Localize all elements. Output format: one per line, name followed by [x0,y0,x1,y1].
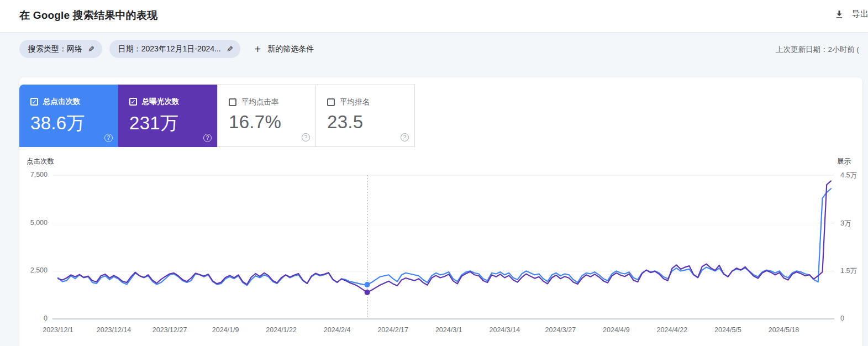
metric-value: 16.7% [229,112,315,133]
metric-header: 平均点击率 [229,97,315,107]
metric-tab-total-clicks[interactable]: ✓ 总点击次数 38.6万 ? [19,85,118,147]
right-axis-title: 展示 [837,157,851,166]
performance-line-chart[interactable] [52,175,834,319]
chart-section: 点击次数 展示 02,5005,0007,50001.5万3万4.5万2023/… [19,155,862,337]
y-axis-tick-right: 1.5万 [840,266,857,276]
help-icon[interactable]: ? [203,134,212,142]
edit-pencil-icon[interactable]: ✎ [88,45,94,54]
x-axis-tick: 2024/2/17 [370,326,416,334]
checkbox-empty-icon[interactable] [327,98,335,106]
metric-label: 平均排名 [340,97,370,107]
x-axis-tick: 2024/1/22 [258,326,304,334]
metric-tab-average-ctr[interactable]: 平均点击率 16.7% ? [217,85,316,147]
x-axis-tick: 2024/3/27 [537,326,583,334]
x-axis-tick: 2024/5/5 [704,326,751,334]
filter-row: 搜索类型：网络 ✎ 日期：2023年12月1日-2024... ✎ + 新的筛选… [19,40,314,58]
y-axis-tick-right: 4.5万 [840,171,857,180]
metric-value: 38.6万 [30,111,118,136]
page-title: 在 Google 搜索结果中的表现 [19,8,157,23]
checkbox-checked-icon[interactable]: ✓ [30,98,38,106]
checkbox-empty-icon[interactable] [229,98,236,106]
export-button[interactable]: 导出 [834,9,868,19]
metric-label: 总曝光次数 [142,97,180,107]
help-icon[interactable]: ? [401,133,409,141]
download-icon [834,9,844,19]
export-label: 导出 [852,9,868,19]
filter-chip-label: 日期：2023年12月1日-2024... [118,44,221,54]
y-axis-tick-left: 2,500 [30,266,48,274]
x-axis-tick: 2024/4/9 [593,326,639,334]
metric-header: 平均排名 [327,97,414,107]
metric-label: 总点击次数 [43,97,81,107]
y-axis-tick-right: 3万 [840,219,851,228]
impressions-marker-dot [365,290,370,295]
x-axis-tick: 2024/1/9 [202,326,249,334]
y-axis-tick-left: 0 [44,314,48,322]
help-icon[interactable]: ? [302,133,310,141]
y-axis-tick-left: 7,500 [30,171,48,179]
add-filter-button[interactable]: + 新的筛选条件 [254,44,314,55]
x-axis-tick: 2024/2/4 [314,326,360,334]
metric-header: ✓ 总曝光次数 [129,97,217,107]
help-icon[interactable]: ? [104,134,113,142]
filter-chip-date-range[interactable]: 日期：2023年12月1日-2024... ✎ [109,40,241,58]
x-axis-tick: 2023/12/27 [146,326,193,334]
metric-tab-total-impressions[interactable]: ✓ 总曝光次数 231万 ? [118,85,217,147]
edit-pencil-icon[interactable]: ✎ [227,45,233,54]
clicks-marker-dot [365,282,370,287]
chart-plot-area[interactable]: 02,5005,0007,50001.5万3万4.5万2023/12/12023… [52,175,834,319]
y-axis-tick-left: 5,000 [30,219,48,227]
plus-icon: + [254,44,261,55]
x-axis-tick: 2023/12/14 [91,326,137,334]
metric-tabs: ✓ 总点击次数 38.6万 ? ✓ 总曝光次数 231万 ? 平均点击率 16.… [19,85,862,147]
x-axis-tick: 2024/3/14 [481,326,528,334]
y-axis-tick-right: 0 [840,314,844,322]
add-filter-label: 新的筛选条件 [267,44,314,54]
impressions-line [58,181,831,292]
x-axis-tick: 2023/12/1 [35,326,81,334]
checkbox-checked-icon[interactable]: ✓ [129,98,137,106]
metric-header: ✓ 总点击次数 [30,97,118,107]
filter-chip-label: 搜索类型：网络 [28,44,82,54]
metric-tab-average-position[interactable]: 平均排名 23.5 ? [316,85,415,147]
last-update-text: 上次更新日期：2小时前 ( [776,45,859,55]
x-axis-tick: 2024/4/22 [649,326,695,334]
metric-value: 23.5 [327,112,414,133]
metric-value: 231万 [129,111,217,136]
filter-chip-search-type[interactable]: 搜索类型：网络 ✎ [19,40,102,58]
left-axis-title: 点击次数 [27,157,54,166]
x-axis-tick: 2024/5/18 [761,326,807,334]
performance-card: ✓ 总点击次数 38.6万 ? ✓ 总曝光次数 231万 ? 平均点击率 16.… [19,77,862,346]
x-axis-tick: 2024/3/1 [425,326,472,334]
metric-label: 平均点击率 [241,97,279,107]
